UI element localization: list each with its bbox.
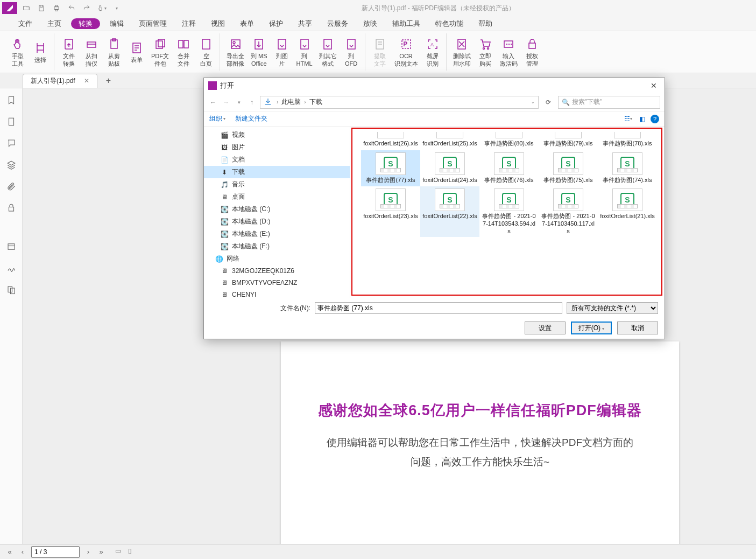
undo-icon[interactable] <box>66 2 77 14</box>
qat-dropdown-icon[interactable]: ▾ <box>111 2 123 14</box>
menu-special[interactable]: 特色功能 <box>428 16 471 31</box>
clipboard-convert-button[interactable]: 从剪 贴板 <box>104 33 124 71</box>
cancel-button[interactable]: 取消 <box>617 322 658 334</box>
hand-tool-button[interactable]: 手型 工具 <box>8 33 28 71</box>
nav-back-icon[interactable]: ← <box>208 99 218 106</box>
page-number-input[interactable] <box>31 546 80 558</box>
to-image-button[interactable]: 到图 片 <box>272 33 292 71</box>
menu-view[interactable]: 视图 <box>203 16 232 31</box>
tree-item[interactable]: ⬇下载 <box>204 166 350 178</box>
next-page-icon[interactable]: › <box>84 548 93 556</box>
file-item[interactable]: SfoxitOrderList(24).xls <box>420 150 479 186</box>
file-item[interactable]: S事件趋势图(74).xls <box>598 150 657 186</box>
blank-page-button[interactable]: 空 白页 <box>196 33 216 71</box>
bookmark-icon[interactable] <box>4 93 19 108</box>
nav-forward-icon[interactable]: → <box>221 99 231 106</box>
menu-file[interactable]: 文件 <box>11 16 40 31</box>
menu-help[interactable]: 帮助 <box>471 16 500 31</box>
pages-icon[interactable] <box>4 114 19 129</box>
file-item[interactable]: S事件趋势图 - 2021-07-14T103543.594.xls <box>479 186 539 237</box>
file-item[interactable]: S事件趋势图(76).xls <box>479 150 539 186</box>
file-item[interactable]: foxitOrderList(26).xls <box>361 130 420 149</box>
tree-item[interactable]: 🖥BMPXVTYVOFEAZNZ <box>204 277 350 289</box>
file-item[interactable]: 事件趋势图(79).xls <box>539 130 598 149</box>
menu-comment[interactable]: 注释 <box>174 16 203 31</box>
buy-button[interactable]: 立即 购买 <box>475 33 496 71</box>
tree-item[interactable]: 🖥桌面 <box>204 191 350 203</box>
form-button[interactable]: 表单 <box>126 33 147 71</box>
pdf-package-button[interactable]: PDF文 件包 <box>149 33 171 71</box>
tree-item[interactable]: 🎬视频 <box>204 129 350 141</box>
menu-page[interactable]: 页面管理 <box>131 16 174 31</box>
layers-icon[interactable] <box>4 157 19 172</box>
organize-menu[interactable]: 组织 ▾ <box>209 114 225 123</box>
help-icon[interactable]: ? <box>651 115 659 123</box>
breadcrumb[interactable]: › 此电脑 › 下载 ⌄ <box>260 96 539 109</box>
tree-item[interactable]: 🖥32MGOJZEEQK01Z6 <box>204 265 350 277</box>
touch-icon[interactable]: ▾ <box>96 2 108 14</box>
file-item[interactable]: 事件趋势图(78).xls <box>598 130 657 149</box>
to-html-button[interactable]: 到 HTML <box>294 33 315 71</box>
open-button[interactable]: 打开(O) ▾ <box>571 322 612 334</box>
tree-item[interactable]: 🖼图片 <box>204 141 350 153</box>
to-msoffice-button[interactable]: 到 MS Office <box>249 33 270 71</box>
tree-item[interactable]: 🖥CHENYI <box>204 289 350 298</box>
file-item[interactable]: S事件趋势图 - 2021-07-14T103450.117.xls <box>539 186 598 237</box>
last-page-icon[interactable]: » <box>97 548 105 556</box>
nav-recent-icon[interactable]: ▾ <box>234 100 244 105</box>
file-item[interactable]: S事件趋势图(77).xls <box>361 150 420 186</box>
ocr-text-button[interactable]: OCR 识别文本 <box>392 33 420 71</box>
settings-button[interactable]: 设置 <box>525 322 566 334</box>
security-icon[interactable] <box>4 200 19 215</box>
signature-icon[interactable] <box>4 261 19 276</box>
document-tab[interactable]: 新人引导(1).pdf ✕ <box>23 74 97 88</box>
menu-convert[interactable]: 转换 <box>71 18 100 29</box>
file-item[interactable]: SfoxitOrderList(23).xls <box>361 186 420 237</box>
auth-button[interactable]: 授权 管理 <box>522 33 542 71</box>
redo-icon[interactable] <box>81 2 93 14</box>
remove-watermark-button[interactable]: 删除试 用水印 <box>451 33 473 71</box>
prev-page-icon[interactable]: ‹ <box>18 548 27 556</box>
fit-width-icon[interactable]: ▭ <box>115 547 125 557</box>
tree-item[interactable]: 💽本地磁盘 (E:) <box>204 228 350 240</box>
scanner-convert-button[interactable]: 从扫 描仪 <box>81 33 102 71</box>
open-icon[interactable] <box>20 2 32 14</box>
screenshot-ocr-button[interactable]: A截屏 识别 <box>422 33 443 71</box>
tree-item[interactable]: 💽本地磁盘 (F:) <box>204 240 350 253</box>
menu-edit[interactable]: 编辑 <box>102 16 131 31</box>
refresh-icon[interactable]: ⟳ <box>542 96 555 109</box>
filetype-filter[interactable]: 所有可支持的文件 (*.*) <box>567 302 658 314</box>
to-other-button[interactable]: 到其它 格式 <box>317 33 339 71</box>
print-icon[interactable] <box>51 2 62 14</box>
file-item[interactable]: SfoxitOrderList(22).xls <box>420 186 479 237</box>
crumb-dropdown-icon[interactable]: ⌄ <box>531 100 535 104</box>
file-convert-button[interactable]: 文件 转换 <box>59 33 79 71</box>
tree-item[interactable]: 📄文档 <box>204 153 350 166</box>
menu-protect[interactable]: 保护 <box>262 16 291 31</box>
file-item[interactable]: S事件趋势图(75).xls <box>539 150 598 186</box>
crumb-downloads[interactable]: 下载 <box>309 97 322 107</box>
duplicate-icon[interactable] <box>4 282 19 297</box>
dialog-search-input[interactable]: 🔍 搜索"下载" <box>558 96 660 109</box>
dialog-close-icon[interactable]: ✕ <box>647 81 660 90</box>
activate-button[interactable]: 输入 激活码 <box>498 33 520 71</box>
preview-pane-icon[interactable]: ◧ <box>637 114 647 124</box>
attachments-icon[interactable] <box>4 179 19 194</box>
tree-item[interactable]: 🌐网络 <box>204 253 350 265</box>
file-item[interactable]: 事件趋势图(80).xls <box>479 130 539 149</box>
tree-item[interactable]: 🎵音乐 <box>204 178 350 191</box>
file-item[interactable]: foxitOrderList(25).xls <box>420 130 479 149</box>
crumb-pc[interactable]: 此电脑 <box>281 97 301 107</box>
new-tab-button[interactable]: + <box>103 76 114 86</box>
fields-icon[interactable] <box>4 239 19 254</box>
menu-play[interactable]: 放映 <box>356 16 385 31</box>
file-item[interactable]: SfoxitOrderList(21).xls <box>598 186 657 237</box>
menu-home[interactable]: 主页 <box>40 16 69 31</box>
menu-cloud[interactable]: 云服务 <box>320 16 356 31</box>
close-tab-icon[interactable]: ✕ <box>84 77 89 85</box>
export-images-button[interactable]: 导出全 部图像 <box>224 33 246 71</box>
view-mode-icon[interactable]: ☷ ▾ <box>623 114 633 124</box>
menu-form[interactable]: 表单 <box>232 16 262 31</box>
filename-input[interactable] <box>315 302 562 314</box>
new-folder-button[interactable]: 新建文件夹 <box>235 114 267 123</box>
